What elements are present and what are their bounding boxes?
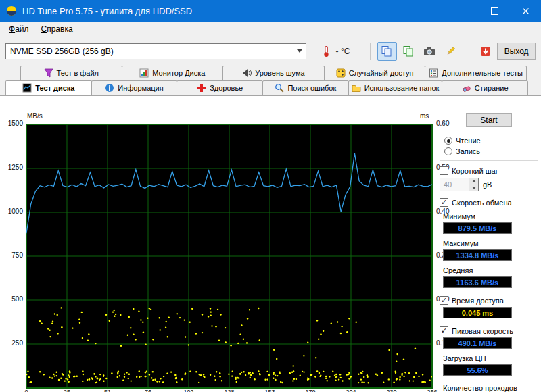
exit-button[interactable]: Выход [497,43,536,60]
y-left-axis-title: MB/s [27,112,43,120]
eraser-icon [462,83,471,93]
x-tick: 230 [384,389,399,392]
funnel-icon [44,68,53,78]
update-download-button[interactable] [476,42,495,61]
transfer-rate-checkbox[interactable] [440,198,448,207]
copy-image-button[interactable] [399,42,418,61]
minimize-icon [460,11,467,11]
minimize-button[interactable] [448,0,479,22]
write-mode-option[interactable]: Запись [444,146,534,157]
copy-image-icon [402,45,415,57]
access-time-checkbox[interactable] [440,296,448,305]
maximize-button[interactable] [479,0,510,22]
x-tick: 51 [100,389,115,392]
tab-label: Использование папок [364,84,440,92]
avg-value: 1163.6 MB/s [443,276,512,288]
burst-rate-checkbox[interactable] [440,326,448,335]
toolbar: NVME SSD 256GB (256 gB) - °C Выход [0,36,541,66]
tab-random-access[interactable]: Случайный доступ [324,66,426,80]
tab-label: Поиск ошибок [287,84,336,92]
tab-folder-usage[interactable]: Использование папок [348,80,443,95]
copy-to-clipboard-button[interactable] [377,42,396,61]
avg-label: Средняя [440,266,538,274]
access-time-row[interactable]: Время доступа [440,296,538,305]
window-controls [448,0,541,22]
download-icon [479,45,492,57]
camera-icon [423,45,436,57]
access-time-value: 0.045 ms [443,307,512,318]
titlebar[interactable]: HD Tune Pro 5.75 - утилита для HDD/SSD [0,0,541,22]
screenshot-button[interactable] [420,42,439,61]
highlight-button[interactable] [441,42,460,61]
short-stride-label: Короткий шаг [452,167,498,175]
stride-unit-label: gB [483,180,492,189]
stride-down-button[interactable] [469,185,478,191]
burst-rate-value: 490.1 MB/s [443,337,512,349]
min-value: 879.5 MB/s [443,222,512,234]
cpu-usage-label: Загрузка ЦП [440,354,538,362]
tab-info[interactable]: Информация [91,80,178,95]
min-label: Минимум [440,212,538,220]
tab-extra-tests[interactable]: Дополнительные тесты [425,66,527,80]
pass-count-label: Количество проходов [440,384,538,392]
stride-size-stepper[interactable]: 40 [440,178,479,191]
tab-label: Тест диска [35,84,74,92]
chart-area [26,124,433,389]
x-tick: 0 [19,389,34,392]
y-tick: 750 [4,251,23,259]
tab-disk-test[interactable]: Тест диска [5,80,92,95]
checklist-icon [429,68,438,78]
y-tick: 250 [4,339,23,347]
menu-file[interactable]: Файл [3,23,35,35]
transfer-rate-label: Скорость обмена [452,199,512,207]
tab-row-upper: Тест в файл Монитор Диска Уровень шума С… [20,66,526,80]
tab-disk-monitor[interactable]: Монитор Диска [122,66,224,80]
burst-rate-row[interactable]: Пиковая скорость [440,326,538,335]
red-cross-icon [197,83,206,93]
pen-icon [444,45,456,57]
magnifier-icon [275,83,284,93]
x-tick: 179 [303,389,318,392]
access-time-label: Время доступа [452,297,504,305]
x-tick: 256 [425,389,440,392]
drive-select[interactable]: NVME SSD 256GB (256 gB) [5,43,306,59]
write-radio[interactable] [444,147,452,155]
read-mode-option[interactable]: Чтение [444,135,534,146]
y-tick: 1500 [4,120,23,127]
folder-icon [352,83,361,93]
tab-label: Здоровье [210,84,243,92]
stride-up-button[interactable] [469,178,478,185]
max-value: 1334.8 MB/s [443,249,512,261]
spinner-up-icon [472,180,476,182]
close-button[interactable] [510,0,541,22]
disk-test-panel: MB/s ms 1500 1250 1000 750 500 250 0.60 … [0,95,541,392]
write-radio-label: Запись [456,147,480,155]
window-title: HD Tune Pro 5.75 - утилита для HDD/SSD [22,6,448,16]
copy-pages-icon [381,45,393,57]
tab-noise-level[interactable]: Уровень шума [222,66,325,80]
menubar: Файл Справка [0,22,541,36]
tab-health[interactable]: Здоровье [177,80,263,95]
x-tick: 153 [262,389,277,392]
y-tick: 1000 [4,207,23,215]
read-radio[interactable] [444,137,452,145]
dice-icon [336,68,346,78]
x-tick: 204 [344,389,358,392]
read-radio-label: Чтение [456,137,481,145]
speaker-icon [242,68,252,78]
menu-help[interactable]: Справка [35,23,79,35]
tab-label: Уровень шума [255,69,304,77]
mode-group: Чтение Запись [440,132,538,161]
y-tick: 500 [4,295,23,303]
stride-size-value: 40 [440,178,469,191]
tab-error-scan[interactable]: Поиск ошибок [262,80,349,95]
short-stride-row[interactable]: Короткий шаг [440,166,538,175]
tab-label: Монитор Диска [152,69,205,77]
transfer-rate-row[interactable]: Скорость обмена [440,198,538,207]
app-icon [6,5,17,16]
tab-test-to-file[interactable]: Тест в файл [20,66,122,80]
short-stride-checkbox[interactable] [440,166,448,175]
start-button[interactable]: Start [466,113,512,127]
tab-label: Тест в файл [57,69,99,77]
tab-erase[interactable]: Стирание [442,80,528,95]
